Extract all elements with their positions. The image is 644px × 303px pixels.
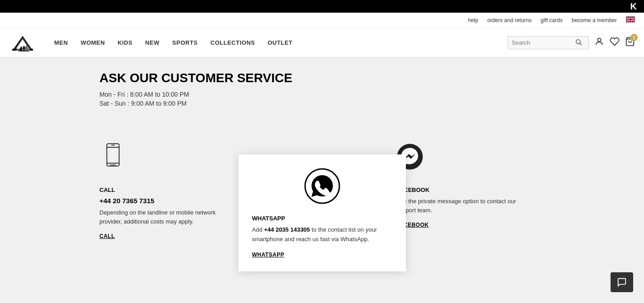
phone-icon	[104, 141, 122, 172]
become-member-link[interactable]: become a member	[572, 17, 617, 23]
help-link[interactable]: help	[468, 17, 479, 23]
chat-icon	[617, 277, 627, 283]
whatsapp-number: +44 2035 143305	[264, 226, 310, 233]
search-icon-button[interactable]	[575, 38, 582, 47]
page-content: ASK OUR CUSTOMER SERVICE Mon - Fri : 8:0…	[0, 57, 644, 283]
adidas-logo-icon	[9, 34, 36, 52]
whatsapp-modal-link[interactable]: WHATSAPP	[252, 252, 285, 258]
utility-nav: help orders and returns gift cards becom…	[0, 13, 644, 28]
chat-button[interactable]	[611, 272, 633, 283]
logo-area[interactable]	[9, 34, 36, 52]
call-card-phone: +44 20 7365 7315	[99, 197, 154, 205]
flag-icon	[626, 16, 635, 24]
main-nav: MEN WOMEN KIDS NEW SPORTS COLLECTIONS OU…	[0, 28, 644, 57]
nav-kids[interactable]: KIDS	[118, 39, 132, 46]
nav-men[interactable]: MEN	[54, 39, 68, 46]
nav-sports[interactable]: SPORTS	[172, 39, 197, 46]
whatsapp-desc-pre: Add	[252, 226, 264, 233]
svg-rect-18	[111, 145, 115, 146]
page-title: ASK OUR CUSTOMER SERVICE	[99, 71, 545, 85]
svg-rect-17	[110, 165, 116, 166]
whatsapp-modal-title: WHATSAPP	[252, 215, 285, 222]
call-card-title: CALL	[99, 186, 115, 193]
facebook-card-desc: Use the private message option to contac…	[396, 197, 531, 214]
call-card: CALL +44 20 7365 7315 Depending on the l…	[99, 125, 248, 248]
top-bar-logo: K	[630, 1, 637, 12]
top-bar: K	[0, 0, 644, 13]
svg-line-11	[580, 43, 582, 45]
call-card-link[interactable]: CALL	[99, 233, 115, 239]
search-input[interactable]	[512, 39, 575, 46]
nav-new[interactable]: NEW	[145, 39, 160, 46]
call-icon-area	[99, 134, 127, 179]
whatsapp-modal: WHATSAPP Add +44 2035 143305 to the cont…	[239, 154, 406, 271]
search-box[interactable]	[508, 36, 589, 49]
svg-marker-8	[22, 39, 24, 51]
cart-icon-button[interactable]: 1	[625, 37, 635, 49]
wishlist-icon-button[interactable]	[610, 37, 620, 49]
account-icon-button[interactable]	[594, 37, 604, 49]
whatsapp-icon	[304, 168, 340, 204]
whatsapp-modal-icon-area	[252, 168, 392, 204]
nav-women[interactable]: WOMEN	[80, 39, 105, 46]
nav-collections[interactable]: COLLECTIONS	[211, 39, 255, 46]
whatsapp-modal-desc: Add +44 2035 143305 to the contact list …	[252, 225, 392, 244]
nav-right: 1	[508, 36, 635, 49]
svg-point-10	[576, 40, 580, 44]
hours-weekend: Sat - Sun : 9:00 AM to 9:00 PM	[99, 100, 545, 107]
hours-weekday: Mon - Fri : 8:00 AM to 10:00 PM	[99, 91, 545, 98]
facebook-card: FACEBOOK Use the private message option …	[396, 125, 545, 248]
nav-links: MEN WOMEN KIDS NEW SPORTS COLLECTIONS OU…	[54, 39, 508, 46]
gift-cards-link[interactable]: gift cards	[541, 17, 563, 23]
cart-badge: 1	[630, 34, 638, 41]
nav-outlet[interactable]: OUTLET	[268, 39, 292, 46]
orders-link[interactable]: orders and returns	[487, 17, 531, 23]
call-card-desc: Depending on the landline or mobile netw…	[99, 208, 234, 226]
svg-point-12	[597, 38, 601, 42]
